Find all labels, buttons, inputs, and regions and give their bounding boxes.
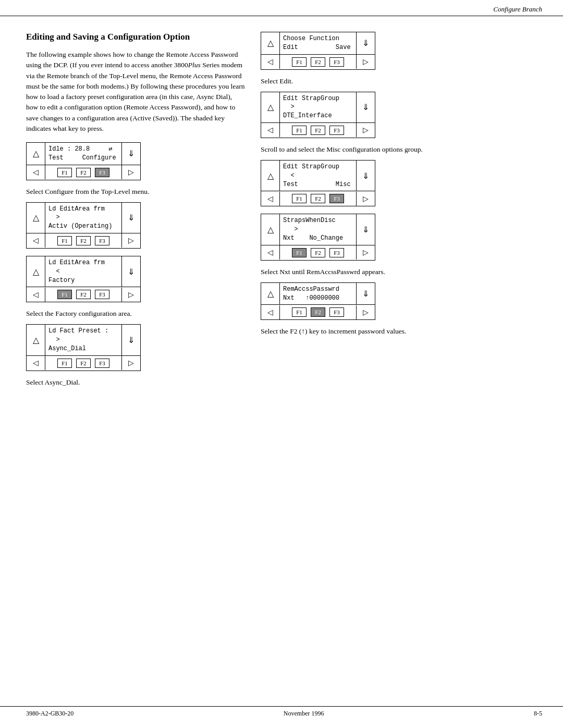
- f2-key-preset[interactable]: F2: [76, 359, 91, 368]
- page-content: Editing and Saving a Configuration Optio…: [0, 16, 563, 403]
- f1-key[interactable]: F1: [57, 168, 72, 177]
- right-button-dte[interactable]: ▷: [356, 123, 375, 137]
- down-button-straps[interactable]: ⇓: [356, 214, 375, 244]
- f2-key-straps[interactable]: F2: [311, 248, 325, 257]
- fkeys-activ: F1 F2 F3: [45, 233, 121, 248]
- fkeys-straps: F1 F2 F3: [280, 245, 356, 260]
- up-button-rem[interactable]: △: [261, 283, 280, 305]
- f1-key-preset[interactable]: F1: [57, 359, 72, 368]
- display-cf: Choose Function Edit Save: [280, 32, 356, 54]
- fkeys-cf: F1 F2 F3: [280, 55, 356, 69]
- footer-right: 8-5: [534, 710, 542, 718]
- f2-key-misc[interactable]: F2: [311, 194, 325, 203]
- f3-key-rem[interactable]: F3: [329, 307, 344, 317]
- caption-select-async: Select Async_Dial.: [26, 378, 245, 387]
- f3-key-cf[interactable]: F3: [329, 57, 344, 67]
- down-button[interactable]: ⇓: [121, 143, 140, 165]
- f3-key-misc[interactable]: F3: [329, 194, 344, 203]
- display-preset: Ld Fact Preset : > Async_Dial: [45, 325, 121, 355]
- left-button-preset[interactable]: ◁: [27, 356, 45, 370]
- body-paragraph: The following example shows how to chang…: [26, 50, 245, 134]
- right-button-activ[interactable]: ▷: [121, 233, 140, 248]
- f3-key-factory[interactable]: F3: [95, 290, 109, 299]
- f3-key-dte[interactable]: F3: [329, 126, 344, 135]
- display-idle: Idle : 28.8 ⇄ Test Configure: [45, 143, 121, 165]
- panel-straps: △ StrapsWhenDisc > Nxt No_Change ⇓ ◁ F1 …: [261, 214, 375, 260]
- caption-select-f2: Select the F2 (↑) key to increment passw…: [261, 327, 542, 336]
- panel-ld-fact-preset: △ Ld Fact Preset : > Async_Dial ⇓ ◁ F1 F…: [26, 324, 141, 371]
- up-button-dte[interactable]: △: [261, 92, 280, 122]
- f1-key-rem[interactable]: F1: [292, 307, 307, 317]
- display-straps: StrapsWhenDisc > Nxt No_Change: [280, 214, 356, 244]
- f2-key-dte[interactable]: F2: [311, 126, 325, 135]
- f3-key-preset[interactable]: F3: [95, 359, 109, 368]
- display-line2-rem: Nxt ↑00000000: [283, 294, 353, 303]
- f1-key-factory[interactable]: F1: [57, 290, 72, 299]
- right-button[interactable]: ▷: [121, 165, 140, 179]
- f1-key-activ[interactable]: F1: [57, 236, 72, 245]
- left-button[interactable]: ◁: [27, 165, 45, 179]
- f2-key-rem[interactable]: F2: [311, 307, 325, 317]
- left-button-dte[interactable]: ◁: [261, 123, 280, 137]
- caption-select-configure: Select Configure from the Top-Level menu…: [26, 188, 245, 196]
- display-rem: RemAccssPasswrd Nxt ↑00000000: [280, 283, 356, 305]
- down-button-factory[interactable]: ⇓: [121, 256, 140, 287]
- down-button-misc[interactable]: ⇓: [356, 161, 375, 191]
- left-button-cf[interactable]: ◁: [261, 55, 280, 69]
- left-button-activ[interactable]: ◁: [27, 233, 45, 248]
- panel-edit-misc: △ Edit StrapGroup < Test Misc ⇓ ◁ F1 F2 …: [261, 160, 375, 206]
- f3-key-activ[interactable]: F3: [95, 236, 109, 245]
- f2-key-activ[interactable]: F2: [76, 236, 91, 245]
- right-button-cf[interactable]: ▷: [356, 55, 375, 69]
- f1-key-misc[interactable]: F1: [292, 194, 307, 203]
- fkeys-misc: F1 F2 F3: [280, 191, 356, 206]
- caption-select-edit: Select Edit.: [261, 77, 542, 85]
- left-button-misc[interactable]: ◁: [261, 192, 280, 206]
- display-line2-factory: Factory: [48, 276, 118, 285]
- fkeys-preset: F1 F2 F3: [45, 356, 121, 371]
- up-button-factory[interactable]: △: [27, 256, 45, 287]
- display-line2-idle: Test Configure: [48, 154, 118, 163]
- display-line1-preset: Ld Fact Preset : >: [48, 327, 118, 344]
- display-line2-straps: Nxt No_Change: [283, 234, 353, 243]
- up-button[interactable]: △: [27, 143, 45, 165]
- caption-select-nxt: Select Nxt until RemAccssPasswrd appears…: [261, 268, 542, 276]
- page-footer: 3980-A2-GB30-20 November 1996 8-5: [0, 706, 563, 718]
- caption-select-factory: Select the Factory configuration area.: [26, 310, 245, 318]
- down-button-rem[interactable]: ⇓: [356, 283, 375, 305]
- down-button-dte[interactable]: ⇓: [356, 92, 375, 122]
- up-button-cf[interactable]: △: [261, 32, 280, 54]
- down-button-cf[interactable]: ⇓: [356, 32, 375, 54]
- f3-key-straps[interactable]: F3: [329, 248, 344, 257]
- right-button-rem[interactable]: ▷: [356, 305, 375, 319]
- fkeys-factory: F1 F2 F3: [45, 287, 121, 302]
- right-button-factory[interactable]: ▷: [121, 288, 140, 302]
- f1-key-cf[interactable]: F1: [292, 57, 307, 67]
- panel-choose-function: △ Choose Function Edit Save ⇓ ◁ F1 F2 F3…: [261, 32, 375, 70]
- f1-key-dte[interactable]: F1: [292, 126, 307, 135]
- down-button-activ[interactable]: ⇓: [121, 203, 140, 233]
- f2-key[interactable]: F2: [76, 168, 91, 177]
- f2-key-cf[interactable]: F2: [311, 57, 325, 67]
- left-button-factory[interactable]: ◁: [27, 288, 45, 302]
- f2-key-factory[interactable]: F2: [76, 290, 91, 299]
- display-line2-cf: Edit Save: [283, 43, 353, 52]
- display-factory: Ld EditArea frm < Factory: [45, 256, 121, 287]
- down-button-preset[interactable]: ⇓: [121, 325, 140, 355]
- panel-ld-activ: △ Ld EditArea frm > Activ (Operating) ⇓ …: [26, 202, 141, 249]
- up-button-preset[interactable]: △: [27, 325, 45, 355]
- display-line2-misc: Test Misc: [283, 180, 353, 189]
- up-button-activ[interactable]: △: [27, 203, 45, 233]
- up-button-straps[interactable]: △: [261, 214, 280, 244]
- up-button-misc[interactable]: △: [261, 161, 280, 191]
- left-column: Editing and Saving a Configuration Optio…: [26, 32, 245, 393]
- right-button-misc[interactable]: ▷: [356, 192, 375, 206]
- f1-key-straps[interactable]: F1: [292, 248, 307, 257]
- f3-key[interactable]: F3: [95, 168, 109, 177]
- display-line2-activ: Activ (Operating): [48, 222, 118, 231]
- display-line1-rem: RemAccssPasswrd: [283, 285, 353, 294]
- right-button-straps[interactable]: ▷: [356, 245, 375, 260]
- left-button-rem[interactable]: ◁: [261, 305, 280, 319]
- right-button-preset[interactable]: ▷: [121, 356, 140, 370]
- left-button-straps[interactable]: ◁: [261, 245, 280, 260]
